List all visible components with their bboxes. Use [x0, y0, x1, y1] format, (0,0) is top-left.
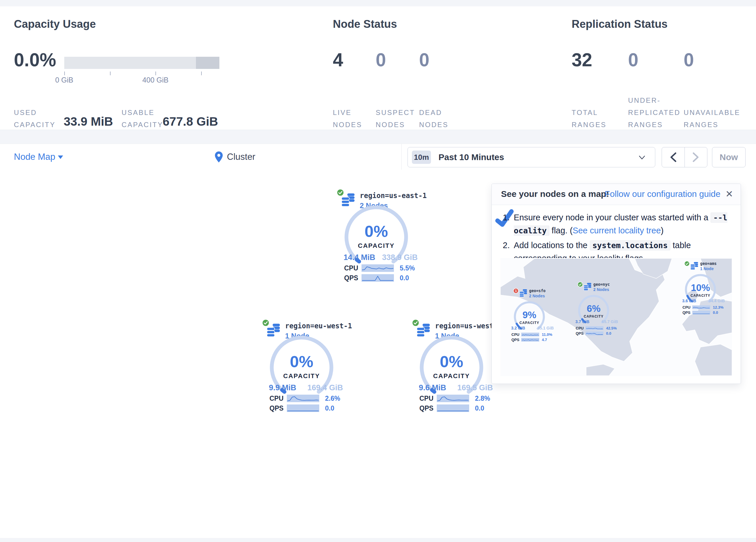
qps-metric-row: QPS 0.0	[269, 404, 342, 412]
axis-tick	[110, 71, 111, 75]
qps-metric-row: QPS 0.0	[576, 331, 627, 336]
capacity-used-value: 3.6 GiB	[682, 299, 696, 303]
time-step-buttons	[662, 147, 707, 167]
replication-status-title: Replication Status	[572, 18, 668, 30]
qps-value: 0.0	[325, 405, 334, 412]
locality-tree-link[interactable]: See current locality tree	[572, 226, 661, 235]
configuration-guide-link[interactable]: Follow our configuration guide	[605, 189, 720, 199]
qps-sparkline	[437, 405, 469, 412]
capacity-usable-value: 169.5 GiB	[449, 383, 493, 392]
axis-tick	[201, 71, 202, 75]
view-selector-dropdown[interactable]: Node Map	[14, 144, 55, 170]
cpu-value: 12.3%	[713, 305, 724, 310]
capacity-percent: 0%	[267, 352, 336, 371]
qps-label: QPS	[511, 338, 521, 342]
qps-sparkline	[586, 332, 603, 335]
capacity-usage-section: Capacity Usage 0.0% 0 GiB 400 GiB USED C…	[0, 6, 252, 130]
capacity-percent: 6%	[579, 303, 608, 314]
capacity-used-value: 3.2 GiB	[511, 326, 525, 330]
cpu-label: CPU	[269, 395, 287, 403]
cpu-label: CPU	[682, 305, 692, 310]
breadcrumb-label: Cluster	[227, 152, 255, 162]
cluster-overview-panel: Capacity Usage 0.0% 0 GiB 400 GiB USED C…	[0, 6, 756, 130]
region-card-eu-west-1[interactable]: region=eu-west-1 1 Node 0% CAPACITY 9.9 …	[262, 319, 346, 415]
region-title: region=us-east-1	[360, 192, 427, 200]
database-nodes-icon	[519, 289, 527, 297]
mini-region-title: geo=ams	[700, 261, 717, 266]
chevron-down-icon	[639, 155, 645, 159]
qps-label: QPS	[344, 274, 362, 282]
now-button[interactable]: Now	[712, 147, 746, 167]
qps-value: 0.0	[713, 311, 718, 315]
usable-capacity-value: 677.8 GiB	[163, 115, 218, 128]
capacity-gauge-label: CAPACITY	[579, 315, 608, 319]
axis-tick-label: 400 GiB	[135, 76, 176, 84]
healthy-check-icon	[684, 261, 690, 266]
usable-capacity-label: USABLE CAPACITY	[122, 106, 163, 131]
capacity-usable-value: 34.4 GiB	[701, 299, 725, 303]
cpu-label: CPU	[576, 326, 586, 330]
total-ranges-count: 32	[572, 49, 592, 71]
capacity-percent: 9%	[515, 310, 544, 321]
cpu-sparkline	[692, 306, 710, 309]
live-nodes-count: 4	[333, 49, 343, 71]
mini-region-title: geo=sfo	[529, 289, 546, 293]
capacity-bar-reserved-segment	[196, 57, 219, 69]
capacity-usable-value: 35.1 GiB	[530, 326, 554, 330]
breadcrumb[interactable]: Cluster	[215, 144, 255, 170]
svg-text:1: 1	[515, 289, 517, 293]
capacity-percent: 0%	[342, 222, 411, 240]
cpu-sparkline	[362, 264, 394, 272]
qps-label: QPS	[576, 331, 586, 336]
capacity-percent: 0%	[417, 352, 486, 371]
unavailable-count: 0	[684, 49, 694, 71]
qps-value: 4.7	[542, 338, 547, 342]
close-icon[interactable]: ✕	[725, 188, 733, 199]
region-title: region=eu-west-1	[285, 322, 352, 330]
replication-status-section: Replication Status 32 0 0 TOTALRANGES UN…	[572, 6, 756, 130]
cpu-label: CPU	[344, 264, 362, 272]
qps-sparkline	[521, 338, 539, 342]
cpu-value: 11.0%	[542, 333, 552, 337]
under-replicated-label: UNDER-REPLICATEDRANGES	[628, 94, 680, 131]
configuration-steps: 1.Ensure every node in your cluster was …	[501, 211, 731, 264]
region-card-us-west-1[interactable]: region=us-west-1 1 Node 0% CAPACITY 9.6 …	[412, 319, 496, 415]
node-status-title: Node Status	[333, 18, 397, 30]
map-pin-icon	[215, 151, 223, 162]
cpu-sparkline	[437, 395, 469, 402]
capacity-used-percent: 0.0%	[14, 49, 56, 71]
error-badge-icon: 1	[513, 288, 519, 294]
capacity-bar	[64, 57, 219, 69]
chevron-down-icon	[58, 155, 63, 159]
capacity-used-value: 3.7 GiB	[575, 319, 589, 324]
region-card-us-east-1[interactable]: region=us-east-1 2 Nodes 0% CAPACITY 14.…	[337, 189, 421, 285]
cpu-sparkline	[287, 395, 319, 402]
config-step-1: 1.Ensure every node in your cluster was …	[501, 211, 731, 237]
used-capacity-value: 33.9 MiB	[64, 115, 113, 128]
qps-metric-row: QPS 4.7	[511, 337, 562, 342]
tooltip-header: See your nodes on a map! Follow our conf…	[492, 184, 741, 205]
tooltip-title: See your nodes on a map!	[501, 189, 609, 199]
qps-sparkline	[287, 405, 319, 412]
cpu-label: CPU	[511, 333, 521, 337]
mini-region-node-count: 2 Nodes	[593, 287, 609, 292]
capacity-usage-title: Capacity Usage	[14, 18, 96, 30]
cpu-sparkline	[521, 333, 539, 337]
dead-nodes-count: 0	[419, 49, 430, 71]
cpu-sparkline	[586, 326, 603, 330]
example-node-map-illustration: 1 geo=sfo 2 Nodes 9% CAPACITY 3.2 GiB 35…	[500, 258, 732, 376]
healthy-check-icon	[577, 282, 583, 287]
capacity-used-value: 9.9 MiB	[269, 383, 296, 392]
time-range-dropdown[interactable]: 10m Past 10 Minutes	[408, 147, 655, 167]
tooltip-body: 1.Ensure every node in your cluster was …	[492, 205, 741, 266]
database-nodes-icon	[690, 262, 698, 270]
capacity-gauge-label: CAPACITY	[515, 321, 544, 325]
prev-interval-button[interactable]	[662, 147, 685, 167]
next-interval-button[interactable]	[685, 147, 707, 167]
cpu-metric-row: CPU 2.8%	[419, 394, 492, 403]
cpu-value: 2.8%	[475, 395, 490, 403]
capacity-usable-value: 65.7 GiB	[594, 319, 618, 324]
under-replicated-count: 0	[628, 49, 638, 71]
capacity-gauge-label: CAPACITY	[267, 372, 336, 380]
capacity-percent: 10%	[686, 282, 715, 293]
